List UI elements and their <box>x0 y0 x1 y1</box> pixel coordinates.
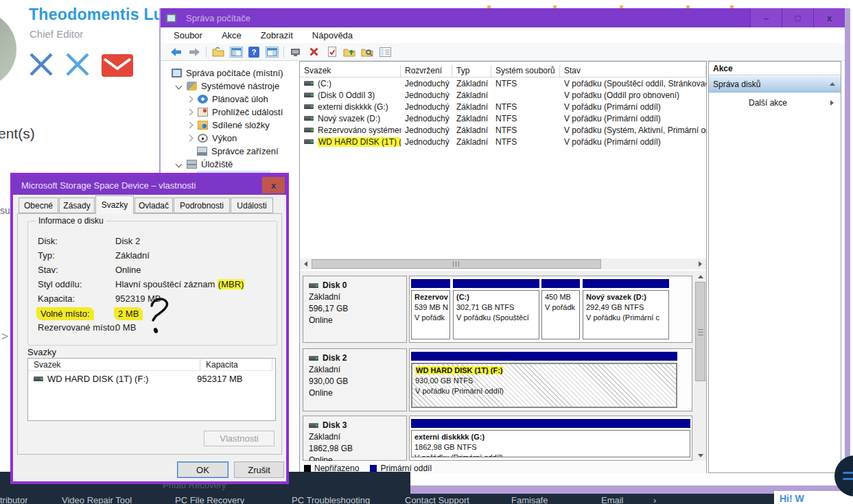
back-icon[interactable] <box>169 45 184 59</box>
console-tree-icon[interactable] <box>229 45 244 59</box>
info-row: Disk:Disk 2 <box>38 236 266 248</box>
chat-greeting[interactable]: Hi! W <box>780 493 804 504</box>
tab-obecne[interactable]: Obecné <box>19 197 58 213</box>
properties-button[interactable]: Vlastnosti <box>204 431 274 446</box>
primary-partition-bar <box>411 419 690 428</box>
dialog-titlebar[interactable]: Microsoft Storage Space Device – vlastno… <box>13 176 286 195</box>
volume-row[interactable]: Rezervováno systémem Jednoduchý Základní… <box>300 124 706 136</box>
chevron-right-icon[interactable]: › <box>653 495 656 504</box>
partition-strip: WD HARD DISK (1T) (F:) 930,00 GB NTFS V … <box>409 348 692 411</box>
volume-row[interactable]: WD HARD DISK (1T) (F:) 952317 MB <box>34 374 272 384</box>
partition[interactable]: 450 MB V pořádk <box>541 279 580 339</box>
footer-link[interactable]: PC File Recovery <box>175 495 244 504</box>
tree-item-performance[interactable]: Výkon <box>187 132 237 145</box>
scroll-up-icon[interactable] <box>694 271 706 282</box>
disk-label[interactable]: Disk 2 Základní 930,00 GB Online <box>303 348 407 411</box>
volume-row[interactable]: Nový svazek (D:) Jednoduchý Základní NTF… <box>300 112 706 124</box>
chevron-right-icon[interactable] <box>187 135 194 142</box>
tree-item-task-scheduler[interactable]: Plánovač úloh <box>187 93 268 106</box>
actions-group-disk-management[interactable]: Správa disků <box>709 76 841 93</box>
vertical-scrollbar[interactable] <box>694 271 706 461</box>
partition[interactable]: externi diskkkk (G:) 1862,98 GB NTFS V p… <box>411 419 690 457</box>
tab-svazky[interactable]: Svazky <box>95 195 134 214</box>
chevron-right-icon[interactable] <box>187 122 194 129</box>
column-header[interactable]: Stav <box>560 65 706 77</box>
footer-link[interactable]: PC Troubleshooting <box>292 495 370 504</box>
volume-row[interactable]: externi diskkkk (G:) Jednoduchý Základní… <box>300 101 706 112</box>
tab-ovladac[interactable]: Ovladač <box>135 197 173 213</box>
search-folder-icon[interactable] <box>360 45 375 59</box>
disk-label[interactable]: Disk 3 Základní 1862,98 GB Online <box>303 416 407 461</box>
scroll-right-icon[interactable] <box>694 259 706 269</box>
partition[interactable]: Rezervov 539 MB N V pořádk <box>411 279 450 339</box>
volume-row[interactable]: (C:) Jednoduchý Základní NTFS V pořádku … <box>300 77 706 89</box>
maximize-button[interactable]: □ <box>782 8 813 27</box>
collapse-icon[interactable] <box>830 82 835 86</box>
open-folder-icon[interactable] <box>211 45 226 59</box>
close-icon[interactable] <box>64 51 91 78</box>
partition[interactable]: Nový svazek (D:) 292,49 GB NTFS V pořádk… <box>583 279 669 339</box>
partition[interactable]: (C:) 302,71 GB NTFS V pořádku (Spouštěcí <box>453 279 539 339</box>
volume-row[interactable]: (Disk 0 Oddíl 3) Jednoduchý Základní V p… <box>300 89 706 101</box>
menu-zobrazit[interactable]: Zobrazit <box>261 30 293 40</box>
chevron-down-icon[interactable] <box>176 83 183 90</box>
column-header[interactable]: Kapacita <box>200 359 272 371</box>
task-check-icon[interactable] <box>324 45 339 59</box>
column-header[interactable]: Svazek <box>300 65 401 77</box>
help-icon[interactable]: ? <box>246 45 261 59</box>
window-titlebar[interactable]: Správa počítače <box>161 8 845 27</box>
column-header[interactable]: Systém souborů <box>491 65 560 77</box>
popup-window-icon[interactable] <box>288 45 303 59</box>
close-button[interactable]: x <box>813 8 845 27</box>
volumes-listbox[interactable]: Svazek Kapacita WD HARD DISK (1T) (F:) 9… <box>27 358 276 421</box>
scroll-down-icon[interactable] <box>694 450 706 461</box>
dialog-close-button[interactable]: x <box>262 177 285 193</box>
volume-row-highlighted[interactable]: WD HARD DISK (1T) (F:) Jednoduchý Základ… <box>300 136 706 147</box>
chevron-right-icon[interactable] <box>187 109 194 116</box>
action-pane-icon[interactable] <box>264 45 279 59</box>
disk-label[interactable]: Disk 0 Základní 596,17 GB Online <box>303 276 407 343</box>
checklist-icon[interactable] <box>377 45 393 59</box>
menu-soubor[interactable]: Soubor <box>174 30 202 40</box>
column-header[interactable]: Rozvržení <box>401 65 452 77</box>
footer-link[interactable]: tributor <box>0 495 27 504</box>
tree-item-device-manager[interactable]: Správce zařízení <box>197 145 279 158</box>
column-header[interactable]: Svazek <box>28 359 200 371</box>
forward-icon[interactable] <box>187 45 202 59</box>
tree-item-event-viewer[interactable]: Prohlížeč událostí <box>187 106 283 119</box>
ok-button[interactable]: OK <box>177 461 229 478</box>
dialog-title: Microsoft Storage Space Device – vlastno… <box>21 180 196 191</box>
scrollbar-thumb[interactable] <box>312 259 601 269</box>
footer-link[interactable]: Famisafe <box>511 495 548 504</box>
disk-graph-area: Disk 0 Základní 596,17 GB Online Rezervo… <box>300 271 706 461</box>
clock-icon <box>198 95 208 104</box>
horizontal-scrollbar[interactable] <box>300 259 706 269</box>
minimize-button[interactable]: – <box>750 8 782 27</box>
chevron-down-icon[interactable] <box>176 161 183 168</box>
footer-link[interactable]: Email <box>601 495 624 504</box>
menu-akce[interactable]: Akce <box>222 30 242 40</box>
mail-icon[interactable] <box>102 54 133 77</box>
tab-podrobnosti[interactable]: Podrobnosti <box>174 197 230 213</box>
tab-udalosti[interactable]: Události <box>231 197 273 213</box>
menu-napoveda[interactable]: Nápověda <box>312 30 353 40</box>
tree-item-system-tools[interactable]: Systémové nástroje <box>176 80 279 93</box>
chevron-right-icon[interactable] <box>187 96 194 103</box>
column-header[interactable]: Typ <box>452 65 491 77</box>
volume-icon <box>304 81 314 86</box>
upload-folder-icon[interactable] <box>342 45 357 59</box>
tab-zasady[interactable]: Zásady <box>59 197 95 213</box>
partition-selected[interactable]: WD HARD DISK (1T) (F:) 930,00 GB NTFS V … <box>411 352 677 408</box>
tree-label: Systémové nástroje <box>201 81 279 91</box>
cancel-button[interactable]: Zrušit <box>234 461 284 478</box>
more-actions-item[interactable]: Další akce <box>709 96 841 110</box>
tree-item-computer-management[interactable]: Správa počítače (místní) <box>172 67 283 80</box>
scroll-left-icon[interactable] <box>300 259 312 269</box>
delete-icon[interactable] <box>306 45 321 59</box>
close-icon[interactable] <box>27 51 55 78</box>
footer-link[interactable]: Contact Support <box>405 495 469 504</box>
tree-item-shared-folders[interactable]: Sdílené složky <box>187 119 270 132</box>
scrollbar-thumb[interactable] <box>695 282 705 381</box>
footer-link[interactable]: Video Repair Tool <box>62 495 132 504</box>
tree-item-storage[interactable]: Úložiště <box>176 158 233 171</box>
